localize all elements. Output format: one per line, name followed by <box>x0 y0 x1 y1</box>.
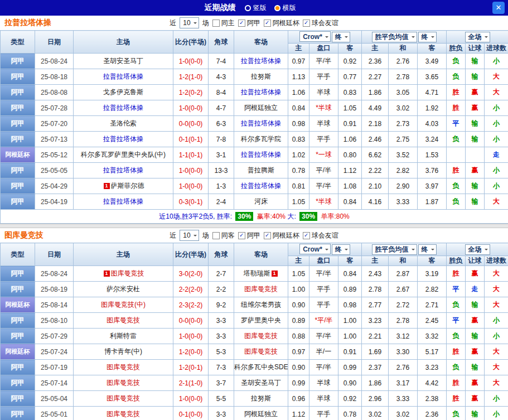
euro-home-odds: 2.18 <box>362 116 389 132</box>
away-team-cell: 拉努斯 <box>234 391 288 407</box>
result-outcome: 负 <box>447 132 466 147</box>
team-name: 科尔多瓦学院 <box>241 135 281 143</box>
euro-stage-select[interactable]: 终 <box>418 244 437 255</box>
team-name: 博卡青年(中) <box>104 347 142 355</box>
select-value: Crow* <box>303 245 322 253</box>
team-name: 拉普拉塔体操 <box>241 88 281 96</box>
col-subheader-eu-draw: 和 <box>389 44 418 54</box>
col-subheader-eu-draw: 和 <box>389 256 418 266</box>
score-cell: 1-0(0-0) <box>173 329 209 344</box>
result-outcome: 负 <box>447 297 466 313</box>
col-header-away: 客场 <box>234 243 288 266</box>
select-value: 全场 <box>468 32 482 42</box>
euro-away-odds: 2.71 <box>418 297 447 313</box>
result-handicap: 输 <box>466 407 485 420</box>
checkbox-icon: ✓ <box>264 20 271 27</box>
summary-cell: 近10场,胜3平2负5, 胜率: 30% 赢率:40% 大: 30% 单率:80… <box>1 210 508 224</box>
match-count-select[interactable]: 10 <box>180 230 199 241</box>
euro-stage-select[interactable]: 终 <box>418 32 437 42</box>
date-cell: 25-08-14 <box>35 297 74 313</box>
col-subheader-handicap: 让球 <box>466 44 485 54</box>
select-value: 终 <box>422 32 428 42</box>
away-team-cell: 阿根廷独立 <box>234 100 288 116</box>
date-cell: 25-07-13 <box>35 132 74 147</box>
away-team-cell: 图库曼竞技 <box>234 344 288 360</box>
match-row: 阿根廷杯25-05-12科尔多瓦罗萨里奥中央队(中)1-1(0-1)3-1拉普拉… <box>1 147 508 163</box>
scope-select[interactable]: 全场 <box>465 32 490 42</box>
score-cell: 1-2(0-1) <box>173 360 209 375</box>
asian-handicap-line: 半球 <box>309 375 338 391</box>
odds-provider-select[interactable]: Crow* <box>299 244 331 254</box>
same-venue-filter[interactable]: 同客 <box>212 231 235 240</box>
asian-home-odds: 1.06 <box>288 85 309 100</box>
corners-cell: 1-3 <box>209 178 234 194</box>
result-outcome: 负 <box>447 54 466 69</box>
euro-away-odds: 1.87 <box>418 194 447 210</box>
asian-home-odds: 1.13 <box>288 69 309 85</box>
result-goals: 大 <box>485 194 508 210</box>
league-filter-aja[interactable]: ✓ 阿甲 <box>238 231 260 240</box>
asian-handicap-line: 平/半 <box>309 266 338 282</box>
euro-away-odds: 3.49 <box>418 54 447 69</box>
scope-select[interactable]: 全场 <box>465 244 490 255</box>
team-name: 图库曼竞技 <box>107 394 140 402</box>
summary-text: 单率:80% <box>319 213 350 220</box>
euro-average-select[interactable]: 胜平负均值 <box>372 244 417 255</box>
asian-stage-select[interactable]: 终 <box>332 32 350 42</box>
match-count-select[interactable]: 10 <box>180 17 199 28</box>
date-cell: 25-07-19 <box>35 360 74 375</box>
close-button[interactable]: ✕ <box>492 2 505 14</box>
euro-draw-odds: 3.05 <box>389 85 418 100</box>
team-name: 阿根廷独立 <box>244 104 278 112</box>
result-goals: 大 <box>485 282 508 297</box>
euro-away-odds: 4.42 <box>418 375 447 391</box>
asian-home-odds: 1.00 <box>288 282 309 297</box>
asian-away-odds: 0.91 <box>338 344 362 360</box>
league-filter-friendly[interactable]: ✓ 球会友谊 <box>303 18 338 28</box>
away-team-cell: 拉普拉塔体操 <box>234 116 288 132</box>
league-filter-aja[interactable]: ✓ 阿甲 <box>238 18 260 28</box>
team-name: 图库曼竞技 <box>107 410 140 418</box>
result-outcome: 胜 <box>447 375 466 391</box>
layout-radio-vertical[interactable]: 竖版 <box>245 3 267 13</box>
select-value: 终 <box>335 32 342 42</box>
league-cell: 阿甲 <box>1 85 35 100</box>
league-filter-cup[interactable]: ✓ 阿根廷杯 <box>264 231 299 240</box>
home-team-cell: 图库曼竞技(中) <box>74 297 173 313</box>
team-name: 圣胡安圣马丁 <box>241 379 281 387</box>
home-team-cell: 戈多伊克鲁斯 <box>74 85 173 100</box>
date-cell: 25-08-24 <box>35 266 74 282</box>
close-icon: ✕ <box>496 3 502 12</box>
home-team-cell: 图库曼竞技 <box>74 375 173 391</box>
date-cell: 25-08-19 <box>35 282 74 297</box>
euro-draw-odds: 2.87 <box>389 266 418 282</box>
asian-handicap-line: 半球 <box>309 116 338 132</box>
result-handicap: 输 <box>466 54 485 69</box>
odds-provider-select[interactable]: Crow* <box>299 31 331 42</box>
euro-away-odds: 3.23 <box>418 360 447 375</box>
asian-stage-select[interactable]: 终 <box>332 244 350 255</box>
team-name: 罗萨里奥中央 <box>241 316 281 324</box>
away-team-cell: 图库曼竞技 <box>234 282 288 297</box>
asian-handicap-line: *半球 <box>309 100 338 116</box>
layout-radio-horizontal[interactable]: 横版 <box>274 3 296 13</box>
match-row: 阿甲25-07-19图库曼竞技1-2(0-1)7-3科尔多瓦中央SDE0.90平… <box>1 360 508 375</box>
asian-away-odds: 1.00 <box>338 329 362 344</box>
away-team-cell: 阿根廷独立 <box>234 407 288 420</box>
filter-label: 近 <box>170 18 176 28</box>
league-filter-cup[interactable]: ✓ 阿根廷杯 <box>264 18 299 28</box>
asian-home-odds: 0.78 <box>288 163 309 178</box>
checkbox-icon <box>212 232 220 239</box>
corners-cell: 3-3 <box>209 407 234 420</box>
score-cell: 1-0(0-0) <box>173 163 209 178</box>
score-cell: 1-2(0-2) <box>173 85 209 100</box>
asian-handicap-line: 平手 <box>309 69 338 85</box>
same-venue-filter[interactable]: 同主 <box>212 18 235 28</box>
away-team-cell: 科尔多瓦中央SDE <box>234 360 288 375</box>
col-header-away: 客场 <box>234 31 288 54</box>
asian-home-odds: 0.98 <box>288 116 309 132</box>
result-handicap: 输 <box>466 194 485 210</box>
radio-label: 横版 <box>283 3 296 13</box>
league-filter-friendly[interactable]: ✓ 球会友谊 <box>303 231 338 240</box>
euro-average-select[interactable]: 胜平负均值 <box>372 32 417 42</box>
